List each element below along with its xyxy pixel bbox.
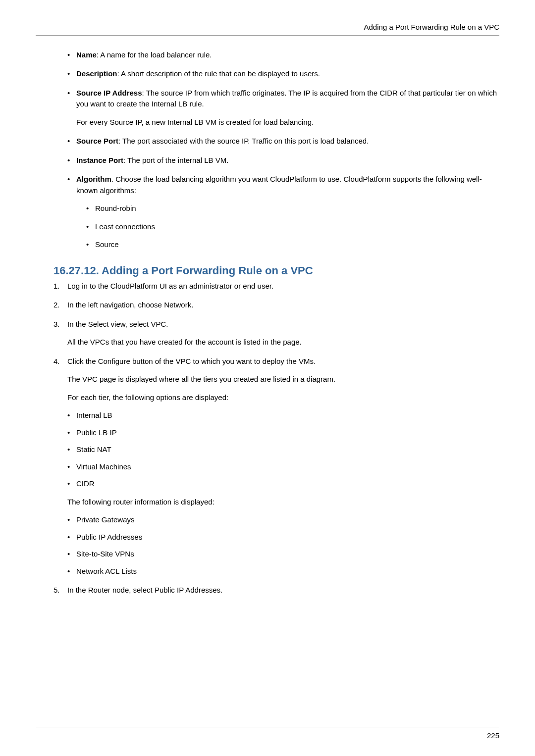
step-1: Log in to the CloudPlatform UI as an adm…	[54, 281, 499, 292]
def-text: : The port of the internal LB VM.	[123, 156, 228, 164]
algorithm-item: Least connections	[86, 221, 499, 233]
step-para: The following router information is disp…	[67, 497, 499, 508]
algorithm-item: Source	[86, 239, 499, 251]
definition-list: Name: A name for the load balancer rule.…	[36, 50, 499, 251]
tier-options-list: Internal LB Public LB IP Static NAT Virt…	[67, 410, 499, 490]
def-term: Source Port	[76, 137, 118, 145]
def-text: . Choose the load balancing algorithm yo…	[76, 175, 482, 195]
step-4: Click the Configure button of the VPC to…	[54, 356, 499, 577]
list-item: Internal LB	[67, 410, 499, 421]
section-heading: 16.27.12. Adding a Port Forwarding Rule …	[36, 262, 499, 279]
def-text: : The port associated with the source IP…	[118, 137, 369, 145]
step-para: All the VPCs that you have created for t…	[67, 337, 499, 348]
step-text: In the left navigation, choose Network.	[67, 301, 193, 309]
step-text: Log in to the CloudPlatform UI as an adm…	[67, 282, 273, 290]
step-5: In the Router node, select Public IP Add…	[54, 585, 499, 596]
list-item: Public LB IP	[67, 427, 499, 439]
page-footer: 225	[36, 727, 499, 742]
list-item: Site-to-Site VPNs	[67, 549, 499, 560]
algorithm-item: Round-robin	[86, 203, 499, 214]
def-term: Description	[76, 69, 117, 78]
def-item-instance-port: Instance Port: The port of the internal …	[67, 155, 499, 166]
def-item-source-ip: Source IP Address: The source IP from wh…	[67, 88, 499, 128]
step-text: In the Router node, select Public IP Add…	[67, 586, 222, 594]
step-text: Click the Configure button of the VPC to…	[67, 357, 316, 365]
def-text: : A short description of the rule that c…	[117, 69, 320, 78]
list-item: Public IP Addresses	[67, 532, 499, 543]
def-item-algorithm: Algorithm. Choose the load balancing alg…	[67, 174, 499, 251]
step-para: The VPC page is displayed where all the …	[67, 374, 499, 385]
list-item: Private Gateways	[67, 514, 499, 526]
step-text: In the Select view, select VPC.	[67, 320, 168, 328]
router-info-list: Private Gateways Public IP Addresses Sit…	[67, 514, 499, 577]
def-term: Instance Port	[76, 156, 123, 164]
def-term: Name	[76, 50, 97, 59]
def-text: : A name for the load balancer rule.	[97, 50, 212, 59]
list-item: CIDR	[67, 478, 499, 490]
running-title: Adding a Port Forwarding Rule on a VPC	[364, 23, 499, 31]
def-item-source-port: Source Port: The port associated with th…	[67, 136, 499, 147]
list-item: Network ACL Lists	[67, 566, 499, 577]
running-header: Adding a Port Forwarding Rule on a VPC	[36, 22, 499, 36]
def-item-description: Description: A short description of the …	[67, 68, 499, 80]
step-para: For each tier, the following options are…	[67, 392, 499, 403]
def-extra-para: For every Source IP, a new Internal LB V…	[76, 117, 499, 128]
list-item: Virtual Machines	[67, 461, 499, 473]
def-term: Algorithm	[76, 175, 111, 183]
def-term: Source IP Address	[76, 89, 142, 97]
step-2: In the left navigation, choose Network.	[54, 300, 499, 311]
algorithm-list: Round-robin Least connections Source	[76, 203, 499, 251]
steps-list: Log in to the CloudPlatform UI as an adm…	[36, 281, 499, 596]
list-item: Static NAT	[67, 444, 499, 455]
page-number: 225	[487, 731, 499, 740]
step-3: In the Select view, select VPC. All the …	[54, 319, 499, 348]
def-item-name: Name: A name for the load balancer rule.	[67, 50, 499, 61]
page: Adding a Port Forwarding Rule on a VPC N…	[0, 0, 535, 756]
